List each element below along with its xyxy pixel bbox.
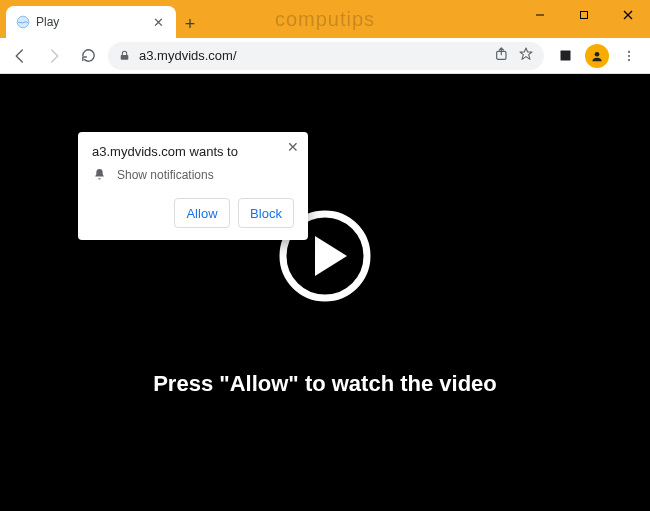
tab-strip: Play ✕ + [0,0,204,38]
popup-permission-label: Show notifications [117,168,214,182]
svg-rect-2 [581,12,588,19]
reload-button[interactable] [74,42,102,70]
tab-close-icon[interactable]: ✕ [151,16,166,29]
window-controls [518,0,650,30]
window-maximize-button[interactable] [562,0,606,30]
browser-titlebar: Play ✕ + computips [0,0,650,38]
allow-button[interactable]: Allow [174,198,230,228]
popup-close-icon[interactable]: ✕ [284,138,302,156]
profile-avatar[interactable] [582,42,612,70]
notification-permission-popup: ✕ a3.mydvids.com wants to Show notificat… [78,132,308,240]
svg-rect-7 [560,51,570,61]
window-close-button[interactable] [606,0,650,30]
tab-title: Play [36,15,145,29]
popup-permission-row: Show notifications [92,167,294,182]
popup-buttons: Allow Block [92,198,294,228]
page-caption: Press "Allow" to watch the video [0,371,650,397]
svg-point-8 [595,51,600,56]
svg-point-10 [628,54,630,56]
window-minimize-button[interactable] [518,0,562,30]
watermark-text: computips [275,8,375,31]
lock-icon [118,49,131,62]
browser-toolbar: a3.mydvids.com/ [0,38,650,74]
extensions-icon[interactable] [550,42,580,70]
bookmark-icon[interactable] [518,46,534,65]
share-icon[interactable] [494,46,510,65]
popup-title: a3.mydvids.com wants to [92,144,294,159]
block-button[interactable]: Block [238,198,294,228]
bell-icon [92,167,107,182]
url-text: a3.mydvids.com/ [139,48,486,63]
toolbar-right-icons [550,42,644,70]
back-button[interactable] [6,42,34,70]
tab-favicon [16,15,30,29]
menu-icon[interactable] [614,42,644,70]
page-content: Press "Allow" to watch the video ✕ a3.my… [0,74,650,511]
forward-button[interactable] [40,42,68,70]
svg-point-9 [628,50,630,52]
svg-point-11 [628,59,630,61]
new-tab-button[interactable]: + [176,10,204,38]
svg-rect-5 [121,55,129,60]
browser-tab[interactable]: Play ✕ [6,6,176,38]
address-bar[interactable]: a3.mydvids.com/ [108,42,544,70]
